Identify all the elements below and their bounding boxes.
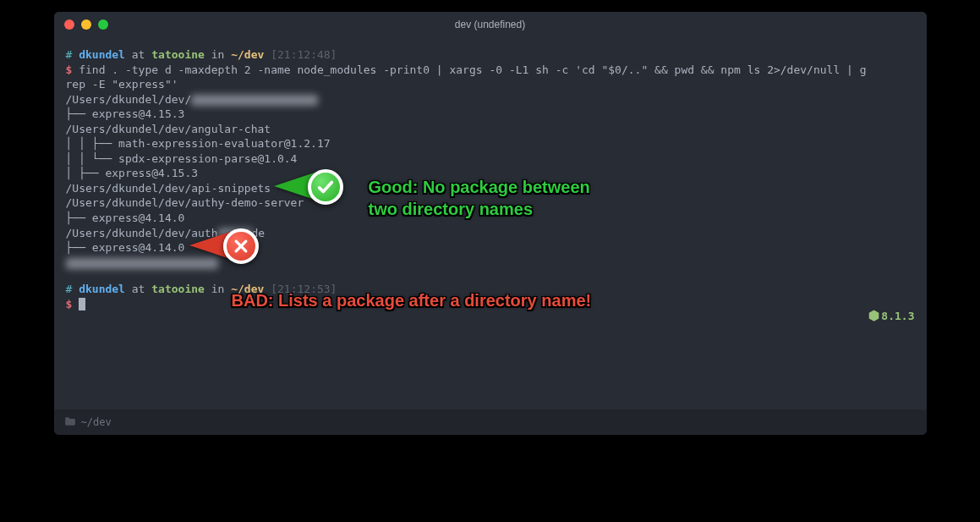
terminal-window: dev (undefined) # dkundel at tatooine in… [54, 12, 927, 435]
titlebar[interactable]: dev (undefined) [54, 12, 927, 37]
prompt-line: # dkundel at tatooine in ~/dev [21:12:48… [66, 47, 915, 63]
output-path-suffix: de [252, 227, 266, 239]
traffic-lights [64, 19, 108, 30]
output-line: │ ├── express@4.15.3 [66, 166, 915, 181]
output-line: │ │ ├── math-expression-evaluator@1.2.17 [66, 136, 915, 151]
output-line: ├── express@4.15.3 [66, 107, 915, 122]
statusbar: ~/dev [54, 409, 927, 435]
close-button[interactable] [64, 19, 74, 30]
prompt-host: tatooine [151, 283, 205, 295]
output-line: /Users/dkundel/dev/authy-demo-server [66, 195, 915, 211]
output-line: ├── express@4.14.0 [66, 211, 915, 226]
output-line: /Users/dkundel/dev/angular-chat [66, 122, 915, 137]
folder-icon [64, 416, 76, 429]
prompt-hash: # [66, 48, 73, 61]
prompt-dollar: $ [66, 63, 73, 76]
prompt-cwd: ~/dev [231, 48, 264, 61]
prompt-time: [21:12:53] [271, 283, 337, 295]
output-path: /Users/dkundel/dev/ [66, 93, 192, 106]
prompt-user: dkundel [79, 48, 125, 61]
node-version-text: 8.1.3 [881, 310, 914, 322]
prompt-cwd: ~/dev [231, 283, 264, 295]
node-version-badge: ⬢8.1.3 [868, 307, 914, 324]
prompt-host: tatooine [151, 48, 205, 61]
prompt-at: at [132, 283, 145, 295]
prompt-hash: # [66, 283, 73, 295]
command-text: find . -type d -maxdepth 2 -name node_mo… [79, 63, 866, 76]
prompt-time: [21:12:48] [271, 48, 337, 61]
output-line: /Users/dkundel/dev/api-snippets [66, 181, 915, 196]
prompt-in: in [211, 283, 225, 295]
output-line: /Users/dkundel/dev/ [66, 92, 915, 107]
output-line: │ │ └── spdx-expression-parse@1.0.4 [66, 151, 915, 167]
window-title: dev (undefined) [54, 19, 927, 30]
prompt-dollar: $ [66, 298, 73, 310]
redacted-text [66, 258, 218, 269]
command-line-2: rep -E "express"' [66, 77, 915, 92]
minimize-button[interactable] [81, 19, 91, 30]
annotation-arrow-bad [189, 232, 230, 259]
prompt-line: # dkundel at tatooine in ~/dev [21:12:53… [66, 282, 915, 297]
statusbar-path: ~/dev [81, 416, 112, 428]
prompt-input-line[interactable]: $ [66, 297, 915, 312]
cursor [79, 298, 85, 310]
annotation-arrow-good [274, 173, 315, 200]
hexagon-icon: ⬢ [868, 307, 879, 324]
prompt-in: in [211, 48, 225, 61]
terminal-body[interactable]: # dkundel at tatooine in ~/dev [21:12:48… [54, 37, 927, 409]
prompt-at: at [132, 48, 145, 61]
prompt-user: dkundel [79, 283, 125, 295]
command-line: $ find . -type d -maxdepth 2 -name node_… [66, 63, 915, 78]
redacted-text [191, 95, 318, 106]
maximize-button[interactable] [98, 19, 108, 30]
